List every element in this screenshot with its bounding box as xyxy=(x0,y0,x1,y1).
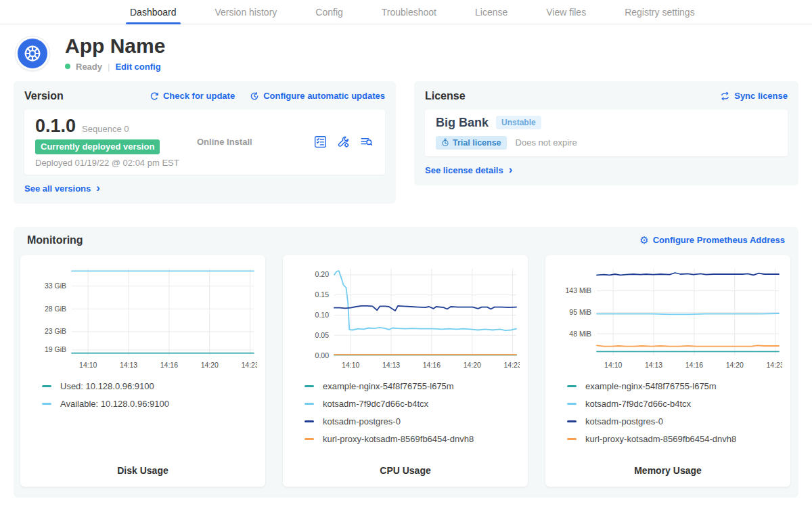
version-card-title: Version xyxy=(24,90,64,102)
legend-label: kotsadm-postgres-0 xyxy=(585,416,663,426)
legend-label: kotsadm-postgres-0 xyxy=(323,416,401,426)
memory-usage-legend: example-nginx-54f8f76755-l675mkotsadm-7f… xyxy=(554,381,782,444)
see-all-versions-link[interactable]: See all versions › xyxy=(24,183,100,194)
svg-text:33 GiB: 33 GiB xyxy=(45,282,66,290)
legend-swatch xyxy=(567,420,577,422)
legend-label: kurl-proxy-kotsadm-8569fb6454-dnvh8 xyxy=(585,434,736,444)
chart-title: Memory Usage xyxy=(554,465,782,479)
svg-text:14:10: 14:10 xyxy=(79,361,97,369)
tab-registry-settings[interactable]: Registry settings xyxy=(625,0,694,24)
tab-license[interactable]: License xyxy=(475,0,508,24)
legend-swatch xyxy=(304,385,314,387)
deployed-badge: Currently deployed version xyxy=(35,139,160,154)
svg-text:14:20: 14:20 xyxy=(726,361,744,369)
svg-text:14:13: 14:13 xyxy=(645,361,662,369)
svg-text:0.15: 0.15 xyxy=(315,290,330,299)
legend-item: example-nginx-54f8f76755-l675m xyxy=(304,381,520,391)
legend-swatch xyxy=(304,403,314,405)
svg-text:14:16: 14:16 xyxy=(685,361,703,369)
svg-text:95 MiB: 95 MiB xyxy=(569,308,591,316)
legend-item: Used: 10.128.0.96:9100 xyxy=(42,381,257,391)
cpu-usage-legend: example-nginx-54f8f76755-l675mkotsadm-7f… xyxy=(291,381,520,444)
svg-text:14:20: 14:20 xyxy=(464,361,481,369)
legend-label: kurl-proxy-kotsadm-8569fb6454-dnvh8 xyxy=(323,434,474,444)
divider: | xyxy=(108,62,110,72)
disk-usage-chart: 14:1014:1314:1614:2014:2319 GiB23 GiB28 … xyxy=(28,263,257,373)
monitoring-section: Monitoring ⚙ Configure Prometheus Addres… xyxy=(14,227,798,498)
svg-text:14:16: 14:16 xyxy=(160,361,178,369)
svg-text:14:10: 14:10 xyxy=(342,361,359,369)
chevron-right-icon: › xyxy=(96,185,100,192)
top-nav: DashboardVersion historyConfigTroublesho… xyxy=(0,0,812,24)
legend-item: kotsadm-postgres-0 xyxy=(304,416,520,426)
expiry-text: Does not expire xyxy=(516,137,577,148)
legend-item: kotsadm-7f9dc7d66c-b4tcx xyxy=(567,399,782,409)
channel-badge: Unstable xyxy=(496,116,541,129)
legend-item: Available: 10.128.0.96:9100 xyxy=(42,399,257,409)
config-wrench-icon[interactable] xyxy=(337,135,350,148)
preflight-checks-icon[interactable] xyxy=(314,135,327,148)
check-for-update-button[interactable]: Check for update xyxy=(150,91,235,101)
chevron-right-icon: › xyxy=(509,167,513,173)
svg-text:14:23: 14:23 xyxy=(241,361,257,369)
sync-license-button[interactable]: Sync license xyxy=(720,91,788,101)
svg-text:14:23: 14:23 xyxy=(503,361,520,369)
app-logo xyxy=(15,36,50,71)
version-card: Version Check for update Configure au xyxy=(14,81,396,204)
license-card: License Sync license Big Bank Unstable xyxy=(414,81,798,185)
gear-icon: ⚙ xyxy=(639,235,648,245)
sync-icon xyxy=(720,91,730,101)
legend-label: example-nginx-54f8f76755-l675m xyxy=(585,381,717,391)
svg-text:14:20: 14:20 xyxy=(201,361,219,369)
memory-usage-chart: 14:1014:1314:1614:2014:2348 MiB95 MiB143… xyxy=(554,263,782,373)
legend-label: kotsadm-7f9dc7d66c-b4tcx xyxy=(323,399,428,409)
tab-dashboard[interactable]: Dashboard xyxy=(130,0,177,24)
chart-title: Disk Usage xyxy=(28,465,257,479)
legend-swatch xyxy=(304,438,314,440)
legend-swatch xyxy=(567,403,577,405)
tab-config[interactable]: Config xyxy=(315,0,342,24)
legend-swatch xyxy=(567,438,577,440)
legend-swatch xyxy=(567,385,577,387)
status-dot xyxy=(65,64,70,69)
app-header: App Name Ready | Edit config xyxy=(0,24,812,72)
edit-config-link[interactable]: Edit config xyxy=(115,62,160,72)
license-summary-row: Big Bank Unstable Trial license Does not… xyxy=(425,110,788,156)
svg-text:48 MiB: 48 MiB xyxy=(569,329,591,337)
current-version-row: 0.1.0 Sequence 0 Currently deployed vers… xyxy=(24,110,385,175)
legend-swatch xyxy=(42,403,51,405)
disk-usage-chart-card: 14:1014:1314:1614:2014:2319 GiB23 GiB28 … xyxy=(20,255,265,487)
svg-text:14:16: 14:16 xyxy=(423,361,441,369)
svg-text:0.10: 0.10 xyxy=(315,310,330,318)
cpu-usage-chart-card: 14:1014:1314:1614:2014:230.000.050.100.1… xyxy=(283,255,528,487)
schedule-update-icon xyxy=(250,91,259,101)
svg-text:14:13: 14:13 xyxy=(120,361,137,369)
version-number: 0.1.0 xyxy=(35,116,76,137)
svg-text:0.05: 0.05 xyxy=(315,330,330,338)
stopwatch-icon xyxy=(441,138,449,147)
configure-prometheus-button[interactable]: ⚙ Configure Prometheus Address xyxy=(639,235,785,245)
deployed-timestamp: Deployed 01/19/22 @ 02:04 pm EST xyxy=(35,158,194,168)
legend-item: kurl-proxy-kotsadm-8569fb6454-dnvh8 xyxy=(567,434,782,444)
legend-label: Available: 10.128.0.96:9100 xyxy=(60,399,169,409)
svg-text:14:23: 14:23 xyxy=(766,361,782,369)
legend-item: kotsadm-postgres-0 xyxy=(567,416,782,426)
tab-troubleshoot[interactable]: Troubleshoot xyxy=(382,0,436,24)
chart-title: CPU Usage xyxy=(291,465,520,479)
tab-version-history[interactable]: Version history xyxy=(215,0,277,24)
legend-label: kotsadm-7f9dc7d66c-b4tcx xyxy=(585,399,691,409)
see-license-details-link[interactable]: See license details › xyxy=(425,165,512,175)
tab-view-files[interactable]: View files xyxy=(546,0,586,24)
svg-text:0.20: 0.20 xyxy=(315,270,330,278)
refresh-icon xyxy=(150,91,159,101)
legend-swatch xyxy=(42,385,51,387)
svg-text:14:10: 14:10 xyxy=(604,361,622,369)
configure-automatic-updates-button[interactable]: Configure automatic updates xyxy=(250,91,385,101)
deploy-logs-icon[interactable] xyxy=(360,135,373,148)
sequence-label: Sequence 0 xyxy=(82,124,129,134)
monitoring-title: Monitoring xyxy=(27,234,83,246)
legend-label: Used: 10.128.0.96:9100 xyxy=(60,381,154,391)
status-text: Ready xyxy=(76,62,102,72)
legend-item: kurl-proxy-kotsadm-8569fb6454-dnvh8 xyxy=(304,434,520,444)
trial-license-badge: Trial license xyxy=(436,136,507,150)
